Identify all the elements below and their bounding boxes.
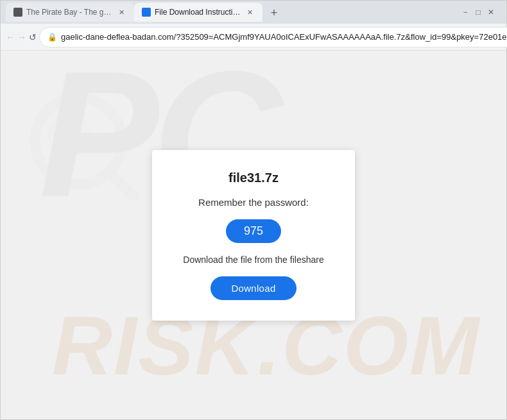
browser-window: The Pirate Bay - The galaxy's m... ✕ Fil…	[0, 0, 507, 420]
tabs-container: The Pirate Bay - The galaxy's m... ✕ Fil…	[6, 3, 460, 22]
piratebay-favicon	[13, 8, 22, 17]
tab-piratebay-close[interactable]: ✕	[116, 7, 126, 17]
tab-filedownload[interactable]: File Download Instructions for ... ✕	[134, 3, 262, 22]
download-button[interactable]: Download	[211, 276, 296, 300]
window-controls: − □ ✕	[460, 7, 496, 17]
file-name: file31.7z	[228, 171, 279, 185]
back-button[interactable]: ←	[6, 28, 15, 46]
svg-point-1	[49, 115, 90, 156]
page-content: PC RISK .COM file31.7z Remember the pass…	[1, 51, 506, 419]
fileshare-label: Download the file from the fileshare	[183, 255, 323, 265]
filedownload-favicon	[142, 8, 151, 17]
tab-piratebay[interactable]: The Pirate Bay - The galaxy's m... ✕	[6, 3, 134, 22]
close-button[interactable]: ✕	[486, 7, 496, 17]
new-tab-button[interactable]: +	[265, 4, 283, 22]
magnifier-watermark	[26, 89, 142, 205]
password-badge: 975	[226, 219, 281, 243]
svg-point-2	[57, 122, 71, 137]
address-text: gaelic-dane-deflea-badan.com/?352509=ACM…	[61, 32, 507, 42]
password-label: Remember the password:	[198, 197, 309, 208]
forward-button[interactable]: →	[17, 28, 26, 46]
nav-bar: ← → ↺ 🔒 gaelic-dane-deflea-badan.com/?35…	[1, 24, 506, 51]
tab-piratebay-label: The Pirate Bay - The galaxy's m...	[26, 8, 112, 17]
download-card: file31.7z Remember the password: 975 Dow…	[152, 150, 354, 321]
address-bar[interactable]: 🔒 gaelic-dane-deflea-badan.com/?352509=A…	[39, 27, 507, 47]
refresh-button[interactable]: ↺	[29, 28, 37, 46]
maximize-button[interactable]: □	[473, 7, 483, 17]
svg-point-0	[35, 98, 122, 185]
svg-line-3	[113, 176, 133, 196]
minimize-button[interactable]: −	[460, 7, 470, 17]
title-bar: The Pirate Bay - The galaxy's m... ✕ Fil…	[1, 1, 506, 24]
tab-filedownload-close[interactable]: ✕	[245, 7, 255, 17]
tab-filedownload-label: File Download Instructions for ...	[155, 8, 241, 17]
lock-icon: 🔒	[47, 33, 57, 42]
